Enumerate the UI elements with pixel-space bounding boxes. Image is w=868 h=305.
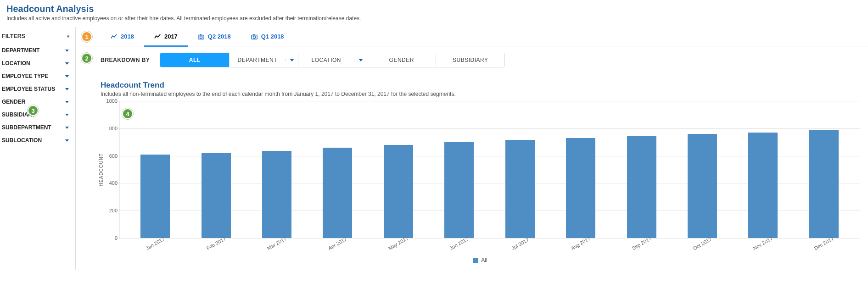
y-tick: 200: [101, 208, 118, 213]
tab-q2-2018[interactable]: Q2 2018: [188, 27, 241, 46]
breakdown-option-all[interactable]: ALL: [160, 53, 229, 67]
breakdown-option-label: ALL: [160, 57, 229, 63]
bar-feb-2017[interactable]: [202, 153, 231, 238]
bar-dec-2017[interactable]: [809, 130, 839, 238]
breakdown-option-department[interactable]: DEPARTMENT: [229, 53, 298, 67]
svg-rect-2: [200, 34, 202, 35]
chevron-down-icon: [65, 88, 69, 90]
filter-item-department[interactable]: DEPARTMENT: [2, 44, 75, 57]
time-period-tabbar: 20182017Q2 2018Q1 2018: [76, 27, 868, 46]
bar-aug-2017[interactable]: [566, 138, 595, 238]
tab-label: 2017: [164, 33, 178, 40]
chevron-down-icon: [65, 50, 69, 52]
tab-label: Q1 2018: [261, 33, 284, 40]
bar-jun-2017[interactable]: [444, 142, 474, 238]
svg-point-1: [200, 36, 202, 38]
y-tick: 1000: [101, 98, 118, 104]
filter-item-employee-type[interactable]: EMPLOYEE TYPE: [2, 70, 75, 83]
breakdown-option-subsidiary[interactable]: SUBSIDIARY: [436, 53, 504, 67]
breakdown-option-location[interactable]: LOCATION: [298, 53, 367, 67]
tab-q1-2018[interactable]: Q1 2018: [241, 27, 294, 46]
callout-3: 3: [28, 105, 39, 116]
breakdown-segmented: ALLDEPARTMENTLOCATIONGENDERSUBSIDIARY: [160, 53, 505, 67]
camera-icon: [198, 33, 204, 40]
trend-icon: [154, 33, 161, 40]
filter-label: SUBLOCATION: [2, 137, 42, 144]
bar-apr-2017[interactable]: [323, 148, 352, 238]
bar-jul-2017[interactable]: [505, 140, 535, 238]
bar-oct-2017[interactable]: [688, 134, 717, 238]
chart-title: Headcount Trend: [101, 81, 860, 90]
trend-icon: [111, 33, 117, 40]
legend-label-all: All: [481, 257, 487, 263]
chart-legend: All: [101, 257, 860, 263]
filters-label: FILTERS: [2, 33, 25, 39]
filter-item-location[interactable]: LOCATION: [2, 57, 75, 70]
callout-2: 2: [81, 53, 92, 64]
tab-2018[interactable]: 2018: [101, 27, 144, 46]
y-tick: 800: [101, 126, 118, 131]
bar-sep-2017[interactable]: [627, 136, 656, 238]
y-tick: 600: [101, 153, 118, 159]
filter-item-subdepartment[interactable]: SUBDEPARTMENT: [2, 121, 75, 134]
page-title: Headcount Analysis: [6, 4, 862, 14]
filter-item-employee-status[interactable]: EMPLOYEE STATUS: [2, 83, 75, 95]
bar-nov-2017[interactable]: [748, 133, 778, 238]
svg-rect-5: [253, 34, 255, 35]
chevron-down-icon: [65, 101, 69, 103]
filter-item-sublocation[interactable]: SUBLOCATION: [2, 134, 75, 147]
headcount-bar-chart: 4 HEADCOUNT 02004006008001000 Jan 2017Fe…: [119, 101, 860, 238]
filter-label: LOCATION: [2, 60, 30, 67]
breakdown-option-label: SUBSIDIARY: [436, 57, 504, 63]
chart-subtitle: Includes all non-terminated employees to…: [101, 91, 860, 97]
breakdown-option-label: LOCATION: [298, 57, 354, 63]
breakdown-option-label: DEPARTMENT: [230, 57, 285, 63]
tab-2017[interactable]: 2017: [144, 27, 188, 46]
filter-item-gender[interactable]: GENDER: [2, 95, 75, 108]
chevron-down-icon[interactable]: [285, 59, 298, 61]
x-tick: Jul 2017: [510, 237, 530, 251]
breakdown-label: BREAKDOWN BY: [101, 57, 150, 63]
chevron-down-icon[interactable]: [354, 59, 367, 61]
chevron-down-icon: [65, 127, 69, 129]
chevron-down-icon: [65, 139, 69, 142]
chevron-down-icon: [65, 114, 69, 116]
filter-item-subsidiary[interactable]: SUBSIDIARY: [2, 108, 75, 121]
tab-label: Q2 2018: [208, 33, 231, 40]
tab-label: 2018: [121, 33, 134, 40]
legend-swatch-all: [473, 258, 478, 263]
filters-sidebar: FILTERS « DEPARTMENTLOCATIONEMPLOYEE TYP…: [0, 27, 76, 270]
breakdown-option-label: GENDER: [367, 57, 436, 63]
bar-jan-2017[interactable]: [140, 155, 170, 238]
filter-label: EMPLOYEE STATUS: [2, 86, 55, 92]
callout-4: 4: [122, 108, 133, 119]
page-subtitle: Includes all active and inactive employe…: [6, 15, 862, 22]
bar-may-2017[interactable]: [384, 145, 413, 238]
filter-label: GENDER: [2, 99, 25, 105]
collapse-sidebar-icon[interactable]: «: [67, 32, 70, 40]
chevron-down-icon: [65, 75, 69, 78]
filter-label: DEPARTMENT: [2, 47, 39, 54]
filter-label: EMPLOYEE TYPE: [2, 73, 48, 79]
filter-label: SUBDEPARTMENT: [2, 124, 51, 131]
chevron-down-icon: [65, 62, 69, 65]
y-tick: 400: [101, 180, 118, 186]
bar-mar-2017[interactable]: [262, 151, 291, 238]
camera-icon: [251, 33, 258, 40]
svg-point-4: [253, 36, 255, 38]
callout-1: 1: [81, 31, 92, 42]
breakdown-option-gender[interactable]: GENDER: [367, 53, 436, 67]
y-tick: 0: [101, 235, 118, 241]
